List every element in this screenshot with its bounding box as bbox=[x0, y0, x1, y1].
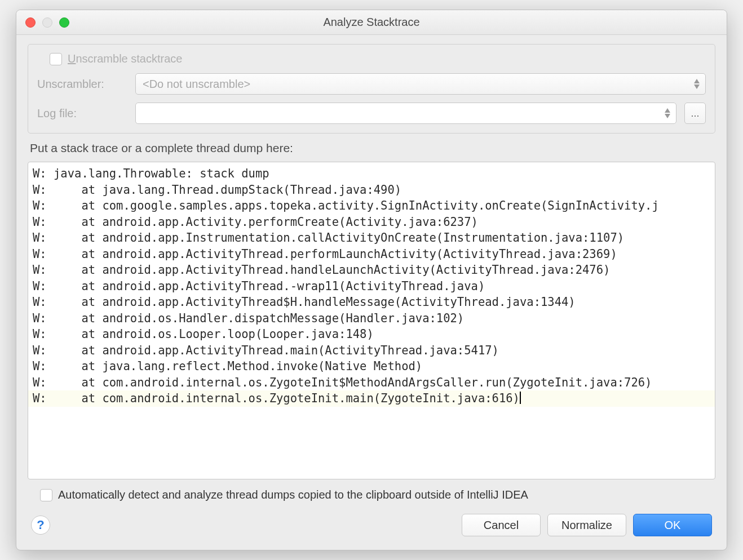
stacktrace-line: W: at com.android.internal.os.ZygoteInit… bbox=[28, 390, 715, 407]
cancel-button[interactable]: Cancel bbox=[462, 514, 541, 536]
stacktrace-line: W: at android.app.ActivityThread.main(Ac… bbox=[28, 343, 715, 359]
auto-detect-label: Automatically detect and analyze thread … bbox=[58, 488, 528, 501]
stacktrace-line: W: at android.app.ActivityThread.handleL… bbox=[28, 262, 715, 278]
stacktrace-line: W: at com.google.samples.apps.topeka.act… bbox=[28, 198, 715, 214]
dialog-window: Analyze Stacktrace Unscramble stacktrace… bbox=[16, 10, 727, 550]
stacktrace-line: W: at android.app.ActivityThread.perform… bbox=[28, 246, 715, 263]
browse-logfile-button[interactable]: ... bbox=[684, 103, 706, 124]
auto-detect-checkbox[interactable] bbox=[40, 489, 52, 501]
cancel-label: Cancel bbox=[484, 519, 519, 532]
titlebar: Analyze Stacktrace bbox=[16, 10, 727, 35]
maximize-icon[interactable] bbox=[59, 17, 69, 28]
ok-button[interactable]: OK bbox=[633, 514, 712, 536]
stacktrace-line: W: at android.app.ActivityThread.-wrap11… bbox=[28, 278, 715, 295]
unscramble-checkbox-label: Unscramble stacktrace bbox=[68, 52, 182, 65]
chevron-updown-icon bbox=[694, 79, 700, 89]
stacktrace-line: W: at java.lang.Thread.dumpStack(Thread.… bbox=[28, 182, 715, 198]
logfile-input[interactable] bbox=[135, 103, 676, 124]
dialog-footer: ? Cancel Normalize OK bbox=[28, 508, 715, 539]
unscramble-checkbox[interactable] bbox=[50, 53, 62, 65]
unscramble-group: Unscramble stacktrace Unscrambler: <Do n… bbox=[28, 44, 715, 134]
stacktrace-line: W: at android.app.ActivityThread$H.handl… bbox=[28, 294, 715, 310]
minimize-icon bbox=[42, 17, 52, 28]
stacktrace-line: W: at com.android.internal.os.ZygoteInit… bbox=[28, 375, 715, 391]
unscrambler-label: Unscrambler: bbox=[37, 78, 127, 91]
stacktrace-line: W: at android.os.Handler.dispatchMessage… bbox=[28, 310, 715, 327]
stacktrace-line: W: at java.lang.reflect.Method.invoke(Na… bbox=[28, 358, 715, 375]
unscrambler-select[interactable]: <Do not unscramble> bbox=[135, 73, 706, 95]
ok-label: OK bbox=[665, 519, 681, 532]
help-button[interactable]: ? bbox=[31, 515, 50, 535]
help-icon: ? bbox=[37, 518, 44, 532]
window-title: Analyze Stacktrace bbox=[16, 16, 727, 29]
stacktrace-line: W: at android.os.Looper.loop(Looper.java… bbox=[28, 326, 715, 343]
stacktrace-line: W: at android.app.Instrumentation.callAc… bbox=[28, 230, 715, 246]
text-cursor bbox=[520, 392, 521, 404]
window-controls bbox=[25, 17, 69, 28]
stacktrace-textarea[interactable]: W: java.lang.Throwable: stack dumpW: at … bbox=[28, 162, 715, 479]
chevron-updown-icon bbox=[665, 108, 670, 118]
stacktrace-line: W: java.lang.Throwable: stack dump bbox=[28, 166, 715, 182]
stacktrace-instruction: Put a stack trace or a complete thread d… bbox=[28, 140, 715, 155]
dialog-content: Unscramble stacktrace Unscrambler: <Do n… bbox=[16, 35, 727, 550]
ellipsis-icon: ... bbox=[691, 108, 699, 119]
normalize-label: Normalize bbox=[561, 519, 612, 532]
unscrambler-value: <Do not unscramble> bbox=[143, 78, 250, 91]
close-icon[interactable] bbox=[25, 17, 36, 28]
normalize-button[interactable]: Normalize bbox=[547, 514, 626, 536]
stacktrace-line: W: at android.app.Activity.performCreate… bbox=[28, 214, 715, 230]
logfile-label: Log file: bbox=[37, 107, 127, 120]
